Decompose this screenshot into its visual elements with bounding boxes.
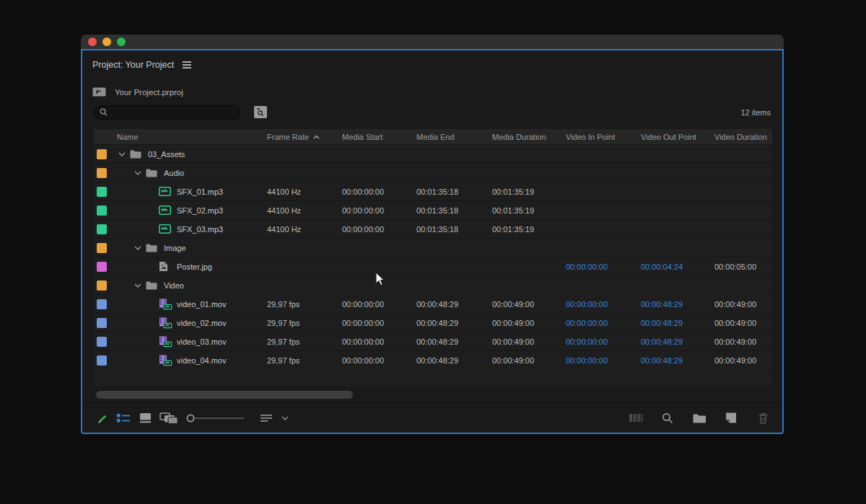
frame-rate-cell: 29,97 fps xyxy=(266,300,341,309)
item-type-icon xyxy=(159,261,172,272)
video-in-point-cell: 00:00:00:00 xyxy=(564,337,639,346)
chevron-down-icon[interactable] xyxy=(118,152,130,156)
label-color-swatch[interactable] xyxy=(97,280,107,291)
label-color-swatch[interactable] xyxy=(97,149,107,159)
minimize-traffic-light[interactable] xyxy=(102,37,111,46)
chevron-down-icon[interactable] xyxy=(134,283,146,288)
table-row[interactable]: video_04.mov 29,97 fps 00:00:00:00 00:00… xyxy=(94,351,772,370)
column-header-media-start[interactable]: Media Start xyxy=(341,133,415,141)
table-row[interactable]: Poster.jpg 00:00:00:00 00:00:04:24 00:00… xyxy=(94,257,772,276)
column-header-video-out-point[interactable]: Video Out Point xyxy=(639,133,713,141)
item-type-icon xyxy=(159,224,172,234)
label-color-swatch[interactable] xyxy=(97,262,107,272)
item-name: video_01.mov xyxy=(177,300,227,309)
media-end-cell: 00:01:35:18 xyxy=(415,187,491,196)
project-file-row[interactable]: Your Project.prproj xyxy=(92,87,183,98)
close-traffic-light[interactable] xyxy=(88,37,97,46)
frame-rate-cell: 29,97 fps xyxy=(266,337,341,346)
project-panel: Project: Your Project Your Project.prpro… xyxy=(81,49,784,434)
label-color-swatch[interactable] xyxy=(97,205,107,216)
sort-chevron-down-icon[interactable] xyxy=(277,410,293,426)
freeform-view-icon[interactable] xyxy=(159,410,179,426)
label-color-swatch[interactable] xyxy=(97,337,107,347)
automate-to-sequence-icon[interactable] xyxy=(628,410,644,426)
chevron-down-icon[interactable] xyxy=(134,171,146,175)
new-bin-icon[interactable] xyxy=(691,410,707,426)
panel-menu-icon[interactable] xyxy=(183,61,191,68)
column-header-frame-rate[interactable]: Frame Rate xyxy=(266,133,341,141)
table-row[interactable]: 03_Assets xyxy=(94,145,772,164)
video-out-point-cell: 00:00:48:29 xyxy=(639,356,713,365)
column-header-media-end[interactable]: Media End xyxy=(415,133,491,141)
find-icon[interactable] xyxy=(660,410,675,426)
media-duration-cell: 00:00:49:00 xyxy=(491,300,564,309)
search-bin-icon[interactable] xyxy=(254,106,267,118)
navigate-up-bin-icon[interactable] xyxy=(92,87,106,98)
table-row[interactable]: video_01.mov 29,97 fps 00:00:00:00 00:00… xyxy=(94,295,772,314)
column-header-video-duration[interactable]: Video Duration xyxy=(713,133,772,141)
table-row[interactable]: SFX_01.mp3 44100 Hz 00:00:00:00 00:01:35… xyxy=(94,182,772,201)
label-color-swatch[interactable] xyxy=(97,318,107,328)
column-header-name[interactable]: Name xyxy=(94,133,266,141)
item-type-icon xyxy=(159,187,172,196)
media-duration-cell: 00:01:35:19 xyxy=(491,187,564,196)
media-end-cell: 00:01:35:18 xyxy=(415,206,491,215)
list-view-icon[interactable] xyxy=(115,410,131,426)
label-color-swatch[interactable] xyxy=(97,187,107,197)
media-duration-cell: 00:01:35:19 xyxy=(491,225,564,234)
item-type-icon xyxy=(159,336,172,348)
item-name: Image xyxy=(164,244,186,252)
table-row[interactable]: Video xyxy=(94,276,772,295)
label-color-swatch[interactable] xyxy=(97,299,107,309)
sort-options-icon[interactable] xyxy=(258,410,274,426)
label-color-swatch[interactable] xyxy=(97,168,107,178)
item-name: SFX_03.mp3 xyxy=(177,225,223,234)
zoom-slider[interactable] xyxy=(186,414,245,423)
media-start-cell: 00:00:00:00 xyxy=(341,300,415,309)
video-in-point-cell: 00:00:00:00 xyxy=(564,356,639,365)
column-header-video-in-point[interactable]: Video In Point xyxy=(564,133,639,141)
icon-view-icon[interactable] xyxy=(137,410,153,426)
search-input-container[interactable] xyxy=(94,105,240,120)
video-out-point-cell: 00:00:48:29 xyxy=(639,300,713,309)
media-start-cell: 00:00:00:00 xyxy=(341,356,415,365)
bottom-toolbar xyxy=(82,402,782,433)
table-body: 03_Assets Audio xyxy=(94,145,772,370)
video-out-point-cell: 00:00:04:24 xyxy=(639,262,713,271)
video-duration-cell: 00:00:49:00 xyxy=(713,356,772,365)
clear-trash-icon[interactable] xyxy=(755,410,771,426)
table-row[interactable]: Image xyxy=(94,239,772,257)
item-type-icon xyxy=(159,205,172,215)
panel-title: Project: Your Project xyxy=(92,60,174,70)
table-row[interactable]: video_03.mov 29,97 fps 00:00:00:00 00:00… xyxy=(94,332,772,351)
label-color-swatch[interactable] xyxy=(97,224,107,234)
video-in-point-cell: 00:00:00:00 xyxy=(564,300,639,309)
item-type-icon xyxy=(130,150,144,159)
table-row[interactable]: SFX_03.mp3 44100 Hz 00:00:00:00 00:01:35… xyxy=(94,220,772,239)
video-out-point-cell: 00:00:48:29 xyxy=(639,319,713,327)
video-duration-cell: 00:00:05:00 xyxy=(713,262,772,271)
table-row[interactable]: video_02.mov 29,97 fps 00:00:00:00 00:00… xyxy=(94,314,772,332)
search-input[interactable] xyxy=(112,107,230,118)
item-type-icon xyxy=(159,317,172,329)
column-header-media-duration[interactable]: Media Duration xyxy=(491,133,564,141)
window-titlebar[interactable] xyxy=(81,35,784,49)
label-color-swatch[interactable] xyxy=(97,243,107,253)
zoom-traffic-light[interactable] xyxy=(117,37,126,46)
table-row[interactable]: Audio xyxy=(94,164,772,182)
label-color-swatch[interactable] xyxy=(97,355,107,366)
item-type-icon xyxy=(159,299,172,310)
video-in-point-cell: 00:00:00:00 xyxy=(564,262,639,271)
new-item-icon[interactable] xyxy=(723,410,739,426)
item-type-icon xyxy=(146,169,159,177)
project-window: Project: Your Project Your Project.prpro… xyxy=(81,35,784,434)
horizontal-scrollbar-thumb[interactable] xyxy=(96,391,353,399)
item-type-icon xyxy=(146,244,159,252)
panel-title-row: Project: Your Project xyxy=(92,60,191,70)
chevron-down-icon[interactable] xyxy=(134,246,146,250)
media-end-cell: 00:00:48:29 xyxy=(415,300,491,309)
item-name: video_04.mov xyxy=(177,356,227,365)
table-row[interactable]: SFX_02.mp3 44100 Hz 00:00:00:00 00:01:35… xyxy=(94,201,772,220)
video-duration-cell: 00:00:49:00 xyxy=(713,300,772,309)
frame-rate-cell: 44100 Hz xyxy=(266,187,341,196)
